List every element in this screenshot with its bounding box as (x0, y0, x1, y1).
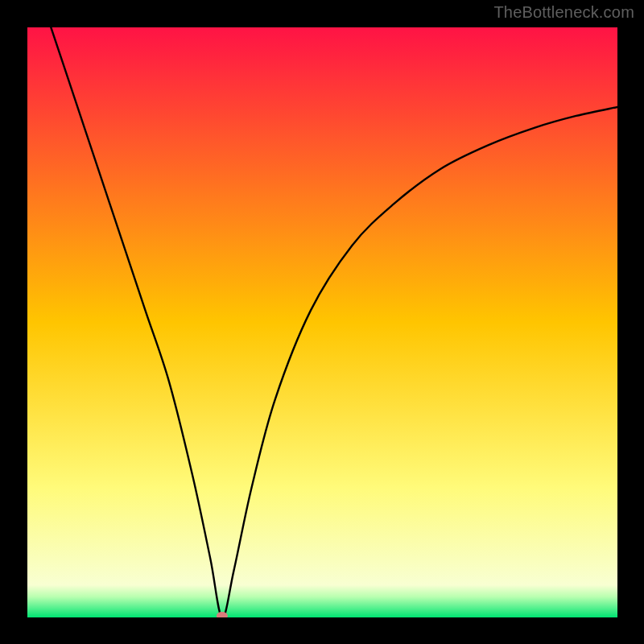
attribution-label: TheBottleneck.com (493, 3, 634, 22)
plot-area (27, 27, 617, 617)
gradient-background (27, 27, 617, 617)
bottleneck-chart (27, 27, 617, 617)
chart-frame: TheBottleneck.com (0, 0, 644, 644)
